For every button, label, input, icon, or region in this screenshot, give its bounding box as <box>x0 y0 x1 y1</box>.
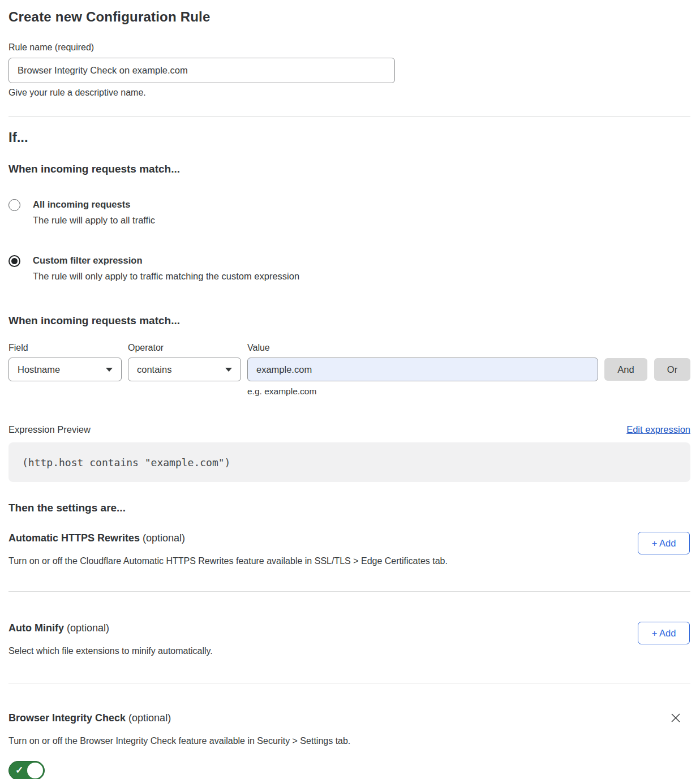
operator-select[interactable]: contains <box>128 358 241 381</box>
radio-dot <box>11 258 18 264</box>
radio-all-incoming-description: The rule will apply to all traffic <box>33 214 155 226</box>
rule-name-label: Rule name (required) <box>8 42 690 53</box>
then-settings-heading: Then the settings are... <box>8 502 690 514</box>
expression-preview-row: Expression Preview Edit expression <box>8 424 690 435</box>
and-button[interactable]: And <box>604 358 647 381</box>
edit-expression-link[interactable]: Edit expression <box>626 424 690 435</box>
value-help: e.g. example.com <box>247 386 690 397</box>
add-auto-minify-button[interactable]: + Add <box>638 622 690 644</box>
radio-all-incoming-label[interactable]: All incoming requests <box>33 199 155 210</box>
filter-expression-row: Hostname contains And Or <box>8 358 690 381</box>
radio-custom-filter-label[interactable]: Custom filter expression <box>33 255 299 266</box>
field-select-value: Hostname <box>18 364 60 375</box>
radio-custom-filter-expression[interactable]: Custom filter expression The rule will o… <box>8 255 690 282</box>
optional-tag: (optional) <box>67 622 109 634</box>
expression-preview-label: Expression Preview <box>8 424 91 435</box>
filter-column-labels: Field Operator Value <box>8 343 690 353</box>
setting-title-text: Browser Integrity Check <box>8 712 126 724</box>
setting-description: Turn on or off the Browser Integrity Che… <box>8 735 690 746</box>
operator-label: Operator <box>128 343 247 353</box>
optional-tag: (optional) <box>143 532 185 544</box>
or-button[interactable]: Or <box>654 358 690 381</box>
radio-selected-icon[interactable] <box>8 255 20 267</box>
setting-title: Automatic HTTPS Rewrites (optional) <box>8 532 690 544</box>
close-icon <box>670 712 681 724</box>
setting-title-text: Auto Minify <box>8 622 64 634</box>
create-configuration-rule-form: Create new Configuration Rule Rule name … <box>0 0 700 779</box>
page-title: Create new Configuration Rule <box>8 9 690 25</box>
setting-title: Browser Integrity Check (optional) <box>8 712 690 724</box>
operator-select-value: contains <box>137 364 171 375</box>
expression-code: (http.host contains "example.com") <box>22 457 230 468</box>
setting-browser-integrity-check: Browser Integrity Check (optional) Turn … <box>8 712 690 779</box>
toggle-knob[interactable] <box>27 763 43 778</box>
setting-title-text: Automatic HTTPS Rewrites <box>8 532 140 544</box>
remove-setting-button[interactable] <box>668 710 684 726</box>
setting-automatic-https-rewrites: Automatic HTTPS Rewrites (optional) + Ad… <box>8 532 690 592</box>
check-icon: ✓ <box>15 765 23 775</box>
add-automatic-https-rewrites-button[interactable]: + Add <box>638 532 690 554</box>
setting-description: Turn on or off the Cloudflare Automatic … <box>8 556 690 566</box>
chevron-down-icon <box>225 368 232 372</box>
setting-description: Select which file extensions to minify a… <box>8 645 690 656</box>
radio-all-incoming-requests[interactable]: All incoming requests The rule will appl… <box>8 199 690 226</box>
filter-match-heading: When incoming requests match... <box>8 315 690 327</box>
setting-divider <box>8 591 690 592</box>
setting-divider <box>8 683 690 683</box>
chevron-down-icon <box>106 368 113 372</box>
radio-unselected-icon[interactable] <box>8 199 20 211</box>
radio-custom-filter-description: The rule will only apply to traffic matc… <box>33 270 299 282</box>
rule-name-input[interactable] <box>8 58 395 83</box>
section-divider <box>8 116 690 117</box>
field-select[interactable]: Hostname <box>8 358 122 381</box>
expression-code-box: (http.host contains "example.com") <box>8 442 690 482</box>
rule-name-help: Give your rule a descriptive name. <box>8 88 690 98</box>
field-label: Field <box>8 343 128 353</box>
if-heading: If... <box>8 130 690 145</box>
optional-tag: (optional) <box>128 712 171 724</box>
browser-integrity-check-toggle[interactable]: ✓ <box>8 761 45 779</box>
match-heading: When incoming requests match... <box>8 163 690 175</box>
setting-auto-minify: Auto Minify (optional) + Add Select whic… <box>8 622 690 683</box>
setting-title: Auto Minify (optional) <box>8 622 690 634</box>
value-label: Value <box>247 343 270 353</box>
value-input[interactable] <box>247 358 598 381</box>
